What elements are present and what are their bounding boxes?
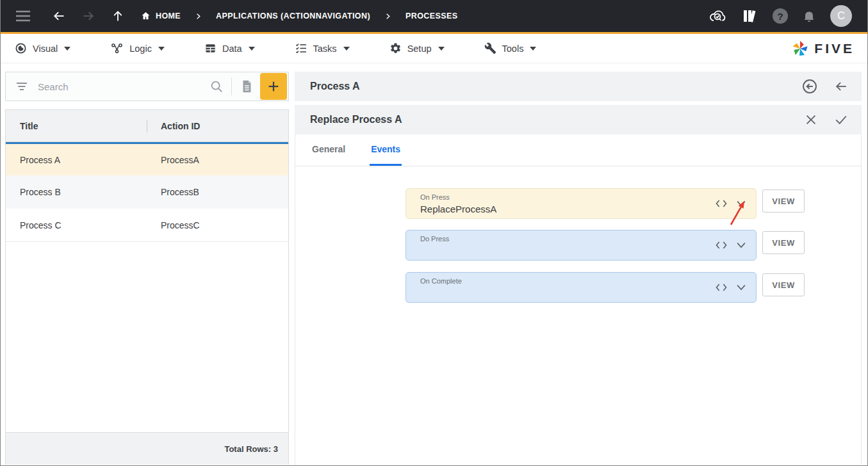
records-table: Title Action ID Process A ProcessA Proce… xyxy=(5,109,289,465)
divider xyxy=(231,77,232,95)
copy-record-icon[interactable] xyxy=(240,79,254,94)
record-header: Process A xyxy=(295,72,862,101)
forward-arrow-icon[interactable] xyxy=(74,10,103,22)
back-arrow-icon[interactable] xyxy=(44,10,74,22)
table-footer: Total Rows: 3 xyxy=(6,432,288,465)
caret-down-icon xyxy=(64,47,70,51)
five-pinwheel-icon xyxy=(791,40,809,58)
form-header: Replace Process A xyxy=(295,105,862,134)
restore-circle-arrow-icon[interactable] xyxy=(801,78,818,95)
filter-icon[interactable] xyxy=(16,82,28,91)
user-avatar[interactable]: C xyxy=(830,5,852,27)
cell-action-id: ProcessC xyxy=(147,220,288,230)
breadcrumb-applications[interactable]: APPLICATIONS (ACTIONNAVIGATION) xyxy=(216,12,370,20)
event-field-row-do-press: Do Press VIEW xyxy=(405,230,805,261)
event-field-row-on-complete: On Complete VIEW xyxy=(405,272,805,303)
code-editor-icon[interactable] xyxy=(715,198,728,209)
record-title: Process A xyxy=(310,81,360,92)
field-label: Do Press xyxy=(420,235,449,243)
table-row-process-b[interactable]: Process B ProcessB xyxy=(6,175,288,209)
tab-general[interactable]: General xyxy=(311,134,347,166)
tab-strip: General Events xyxy=(295,134,861,166)
search-input[interactable] xyxy=(38,81,209,92)
cell-action-id: ProcessB xyxy=(147,187,288,197)
menu-logic-label: Logic xyxy=(129,44,152,54)
chevron-right-icon xyxy=(384,12,391,20)
logic-flow-icon xyxy=(110,42,124,54)
view-on-complete-button[interactable]: VIEW xyxy=(762,273,805,296)
menu-tasks-label: Tasks xyxy=(313,44,337,54)
brand-wordmark: FIVE xyxy=(814,41,855,56)
table-row-process-c[interactable]: Process C ProcessC xyxy=(6,209,288,242)
on-press-field[interactable]: On Press ReplaceProcessA xyxy=(405,188,757,219)
dropdown-chevron-icon[interactable] xyxy=(735,241,748,250)
save-check-icon[interactable] xyxy=(833,113,849,127)
caret-down-icon xyxy=(158,47,165,51)
table-header-row: Title Action ID xyxy=(6,110,288,142)
do-press-field[interactable]: Do Press xyxy=(405,230,757,261)
help-icon[interactable]: ? xyxy=(773,8,788,24)
menu-tools-label: Tools xyxy=(502,44,524,54)
hamburger-menu-icon[interactable] xyxy=(16,10,30,22)
search-bar xyxy=(5,72,289,101)
form-title: Replace Process A xyxy=(310,114,402,125)
cloud-inspect-icon[interactable] xyxy=(708,8,728,24)
field-value: ReplaceProcessA xyxy=(420,204,496,214)
form-body: General Events On Press ReplaceProcessA … xyxy=(295,134,862,465)
column-header-action-id[interactable]: Action ID xyxy=(147,121,288,131)
on-complete-field[interactable]: On Complete xyxy=(405,272,757,303)
menu-setup[interactable]: Setup xyxy=(389,42,445,54)
view-do-press-button[interactable]: VIEW xyxy=(762,231,805,254)
cell-action-id: ProcessA xyxy=(147,155,288,165)
menu-tools[interactable]: Tools xyxy=(484,42,537,54)
top-bar: HOME APPLICATIONS (ACTIONNAVIGATION) PRO… xyxy=(1,0,867,32)
topbar-actions: ? C xyxy=(708,5,867,27)
chevron-right-icon xyxy=(195,12,202,20)
menu-setup-label: Setup xyxy=(407,44,432,54)
menu-data-label: Data xyxy=(222,44,242,54)
cancel-icon[interactable] xyxy=(804,113,818,127)
brand-logo: FIVE xyxy=(791,40,855,58)
tab-events[interactable]: Events xyxy=(370,134,402,166)
caret-down-icon xyxy=(249,47,255,51)
field-label: On Complete xyxy=(420,277,462,285)
search-icon[interactable] xyxy=(209,79,224,93)
add-record-button[interactable] xyxy=(260,73,287,100)
dropdown-chevron-icon[interactable] xyxy=(735,199,748,208)
tools-icon xyxy=(484,42,496,54)
content-area: Title Action ID Process A ProcessA Proce… xyxy=(1,63,867,465)
code-editor-icon[interactable] xyxy=(715,282,728,293)
menu-tasks[interactable]: Tasks xyxy=(295,42,350,54)
menu-logic[interactable]: Logic xyxy=(110,42,165,54)
view-on-press-button[interactable]: VIEW xyxy=(762,189,805,213)
menu-bar: Visual Logic Data Tasks Setup Tools FIVE xyxy=(1,34,867,63)
back-to-list-icon[interactable] xyxy=(833,79,849,93)
field-label: On Press xyxy=(420,193,450,201)
gear-icon xyxy=(389,42,402,54)
menu-data[interactable]: Data xyxy=(204,42,255,54)
caret-down-icon xyxy=(343,47,350,51)
caret-down-icon xyxy=(530,47,536,51)
app-window: HOME APPLICATIONS (ACTIONNAVIGATION) PRO… xyxy=(0,0,868,466)
up-arrow-icon[interactable] xyxy=(103,9,133,23)
home-icon xyxy=(140,11,151,21)
table-row-process-a[interactable]: Process A ProcessA xyxy=(6,142,288,175)
breadcrumb-home-label: HOME xyxy=(156,12,181,20)
dropdown-chevron-icon[interactable] xyxy=(735,283,748,292)
plus-icon xyxy=(266,79,281,93)
event-field-row-on-press: On Press ReplaceProcessA VIEW xyxy=(405,188,805,219)
caret-down-icon xyxy=(438,47,445,51)
menu-visual[interactable]: Visual xyxy=(15,42,70,54)
breadcrumb-processes[interactable]: PROCESSES xyxy=(405,12,457,20)
menu-visual-label: Visual xyxy=(33,44,58,54)
documentation-books-icon[interactable] xyxy=(742,8,758,24)
column-header-title[interactable]: Title xyxy=(6,121,147,131)
table-icon xyxy=(204,42,217,54)
breadcrumb-home[interactable]: HOME xyxy=(140,11,181,21)
cell-title: Process A xyxy=(6,155,147,165)
code-editor-icon[interactable] xyxy=(715,240,728,250)
total-rows-label: Total Rows: 3 xyxy=(224,444,278,454)
cell-title: Process C xyxy=(6,220,147,230)
notifications-bell-icon[interactable] xyxy=(802,8,816,24)
cell-title: Process B xyxy=(6,187,147,197)
